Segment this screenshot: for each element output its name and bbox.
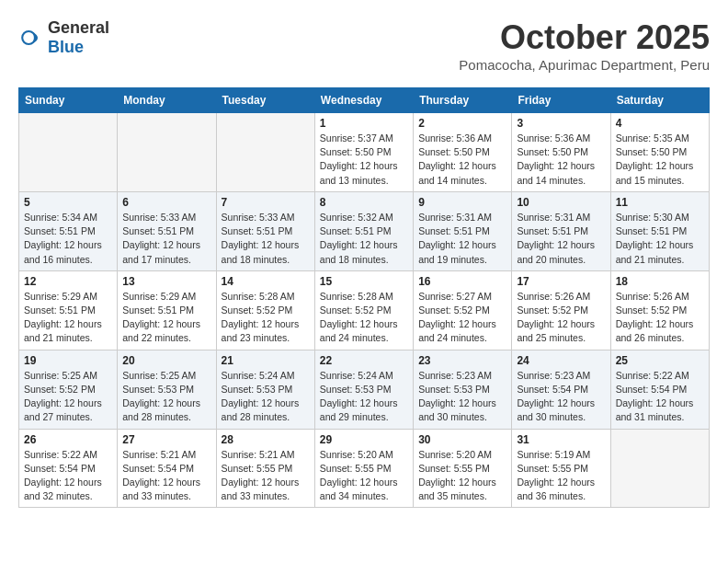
header-saturday: Saturday <box>610 88 709 113</box>
calendar-cell: 17Sunrise: 5:26 AM Sunset: 5:52 PM Dayli… <box>512 270 610 350</box>
week-row-0: 1Sunrise: 5:37 AM Sunset: 5:50 PM Daylig… <box>19 113 710 192</box>
day-number: 10 <box>517 196 605 209</box>
title-block: October 2025 Pomacocha, Apurimac Departm… <box>459 18 710 73</box>
calendar-cell: 4Sunrise: 5:35 AM Sunset: 5:50 PM Daylig… <box>610 113 709 192</box>
week-row-2: 12Sunrise: 5:29 AM Sunset: 5:51 PM Dayli… <box>19 270 710 350</box>
day-info: Sunrise: 5:22 AM Sunset: 5:54 PM Dayligh… <box>616 369 704 425</box>
calendar-cell: 8Sunrise: 5:32 AM Sunset: 5:51 PM Daylig… <box>314 191 413 270</box>
day-number: 18 <box>616 275 704 288</box>
month-title: October 2025 <box>459 18 710 57</box>
day-number: 19 <box>24 354 112 367</box>
day-number: 25 <box>616 354 704 367</box>
day-number: 27 <box>122 433 210 446</box>
day-info: Sunrise: 5:36 AM Sunset: 5:50 PM Dayligh… <box>418 132 506 188</box>
day-info: Sunrise: 5:34 AM Sunset: 5:51 PM Dayligh… <box>24 211 112 267</box>
day-number: 24 <box>517 354 605 367</box>
day-info: Sunrise: 5:20 AM Sunset: 5:55 PM Dayligh… <box>320 448 408 504</box>
header-sunday: Sunday <box>19 88 118 113</box>
calendar-cell: 21Sunrise: 5:24 AM Sunset: 5:53 PM Dayli… <box>216 350 314 429</box>
calendar-cell: 16Sunrise: 5:27 AM Sunset: 5:52 PM Dayli… <box>414 270 512 350</box>
calendar-cell: 22Sunrise: 5:24 AM Sunset: 5:53 PM Dayli… <box>314 350 413 429</box>
day-info: Sunrise: 5:26 AM Sunset: 5:52 PM Dayligh… <box>616 290 704 346</box>
day-info: Sunrise: 5:35 AM Sunset: 5:50 PM Dayligh… <box>616 132 704 188</box>
calendar-cell <box>610 429 709 508</box>
calendar-cell: 10Sunrise: 5:31 AM Sunset: 5:51 PM Dayli… <box>512 191 610 270</box>
day-number: 1 <box>320 117 408 130</box>
day-info: Sunrise: 5:23 AM Sunset: 5:53 PM Dayligh… <box>418 369 506 425</box>
logo: General Blue <box>18 18 109 57</box>
header-friday: Friday <box>512 88 610 113</box>
calendar-table: SundayMondayTuesdayWednesdayThursdayFrid… <box>18 87 710 508</box>
logo-icon <box>18 25 44 51</box>
calendar-cell <box>19 113 118 192</box>
day-info: Sunrise: 5:33 AM Sunset: 5:51 PM Dayligh… <box>222 211 310 267</box>
calendar-cell: 14Sunrise: 5:28 AM Sunset: 5:52 PM Dayli… <box>216 270 314 350</box>
day-info: Sunrise: 5:31 AM Sunset: 5:51 PM Dayligh… <box>517 211 605 267</box>
calendar-cell: 9Sunrise: 5:31 AM Sunset: 5:51 PM Daylig… <box>414 191 512 270</box>
calendar-cell: 23Sunrise: 5:23 AM Sunset: 5:53 PM Dayli… <box>414 350 512 429</box>
logo-blue: Blue <box>48 38 84 56</box>
calendar-cell: 18Sunrise: 5:26 AM Sunset: 5:52 PM Dayli… <box>610 270 709 350</box>
calendar-cell: 1Sunrise: 5:37 AM Sunset: 5:50 PM Daylig… <box>314 113 413 192</box>
day-info: Sunrise: 5:25 AM Sunset: 5:52 PM Dayligh… <box>24 369 112 425</box>
calendar-cell: 28Sunrise: 5:21 AM Sunset: 5:55 PM Dayli… <box>216 429 314 508</box>
day-number: 8 <box>320 196 408 209</box>
header-row: SundayMondayTuesdayWednesdayThursdayFrid… <box>19 88 710 113</box>
day-info: Sunrise: 5:19 AM Sunset: 5:55 PM Dayligh… <box>517 448 605 504</box>
calendar-cell: 6Sunrise: 5:33 AM Sunset: 5:51 PM Daylig… <box>118 191 216 270</box>
day-number: 11 <box>616 196 704 209</box>
day-info: Sunrise: 5:21 AM Sunset: 5:55 PM Dayligh… <box>222 448 310 504</box>
day-info: Sunrise: 5:29 AM Sunset: 5:51 PM Dayligh… <box>122 290 210 346</box>
calendar-cell: 26Sunrise: 5:22 AM Sunset: 5:54 PM Dayli… <box>19 429 118 508</box>
day-info: Sunrise: 5:26 AM Sunset: 5:52 PM Dayligh… <box>517 290 605 346</box>
header-wednesday: Wednesday <box>314 88 413 113</box>
day-number: 21 <box>222 354 310 367</box>
header-monday: Monday <box>118 88 216 113</box>
header-thursday: Thursday <box>414 88 512 113</box>
calendar-cell: 31Sunrise: 5:19 AM Sunset: 5:55 PM Dayli… <box>512 429 610 508</box>
calendar-cell <box>216 113 314 192</box>
day-info: Sunrise: 5:23 AM Sunset: 5:54 PM Dayligh… <box>517 369 605 425</box>
day-number: 30 <box>418 433 506 446</box>
day-number: 29 <box>320 433 408 446</box>
day-number: 16 <box>418 275 506 288</box>
calendar-cell: 7Sunrise: 5:33 AM Sunset: 5:51 PM Daylig… <box>216 191 314 270</box>
day-number: 14 <box>222 275 310 288</box>
svg-point-0 <box>22 31 35 44</box>
calendar-cell: 30Sunrise: 5:20 AM Sunset: 5:55 PM Dayli… <box>414 429 512 508</box>
day-number: 5 <box>24 196 112 209</box>
day-info: Sunrise: 5:20 AM Sunset: 5:55 PM Dayligh… <box>418 448 506 504</box>
day-info: Sunrise: 5:31 AM Sunset: 5:51 PM Dayligh… <box>418 211 506 267</box>
week-row-4: 26Sunrise: 5:22 AM Sunset: 5:54 PM Dayli… <box>19 429 710 508</box>
calendar-cell: 13Sunrise: 5:29 AM Sunset: 5:51 PM Dayli… <box>118 270 216 350</box>
day-number: 15 <box>320 275 408 288</box>
day-number: 28 <box>222 433 310 446</box>
week-row-1: 5Sunrise: 5:34 AM Sunset: 5:51 PM Daylig… <box>19 191 710 270</box>
header-tuesday: Tuesday <box>216 88 314 113</box>
calendar-cell: 5Sunrise: 5:34 AM Sunset: 5:51 PM Daylig… <box>19 191 118 270</box>
day-info: Sunrise: 5:28 AM Sunset: 5:52 PM Dayligh… <box>222 290 310 346</box>
day-number: 12 <box>24 275 112 288</box>
day-number: 31 <box>517 433 605 446</box>
calendar-cell: 20Sunrise: 5:25 AM Sunset: 5:53 PM Dayli… <box>118 350 216 429</box>
day-info: Sunrise: 5:28 AM Sunset: 5:52 PM Dayligh… <box>320 290 408 346</box>
day-number: 2 <box>418 117 506 130</box>
day-number: 13 <box>122 275 210 288</box>
day-number: 9 <box>418 196 506 209</box>
day-info: Sunrise: 5:22 AM Sunset: 5:54 PM Dayligh… <box>24 448 112 504</box>
day-info: Sunrise: 5:21 AM Sunset: 5:54 PM Dayligh… <box>122 448 210 504</box>
day-number: 6 <box>122 196 210 209</box>
day-info: Sunrise: 5:33 AM Sunset: 5:51 PM Dayligh… <box>122 211 210 267</box>
day-info: Sunrise: 5:36 AM Sunset: 5:50 PM Dayligh… <box>517 132 605 188</box>
day-number: 23 <box>418 354 506 367</box>
calendar-cell: 29Sunrise: 5:20 AM Sunset: 5:55 PM Dayli… <box>314 429 413 508</box>
day-info: Sunrise: 5:32 AM Sunset: 5:51 PM Dayligh… <box>320 211 408 267</box>
subtitle: Pomacocha, Apurimac Department, Peru <box>459 57 710 73</box>
logo-general: General <box>48 18 109 37</box>
day-info: Sunrise: 5:24 AM Sunset: 5:53 PM Dayligh… <box>222 369 310 425</box>
day-info: Sunrise: 5:37 AM Sunset: 5:50 PM Dayligh… <box>320 132 408 188</box>
calendar-cell: 25Sunrise: 5:22 AM Sunset: 5:54 PM Dayli… <box>610 350 709 429</box>
day-number: 7 <box>222 196 310 209</box>
calendar-cell: 24Sunrise: 5:23 AM Sunset: 5:54 PM Dayli… <box>512 350 610 429</box>
calendar-cell <box>118 113 216 192</box>
